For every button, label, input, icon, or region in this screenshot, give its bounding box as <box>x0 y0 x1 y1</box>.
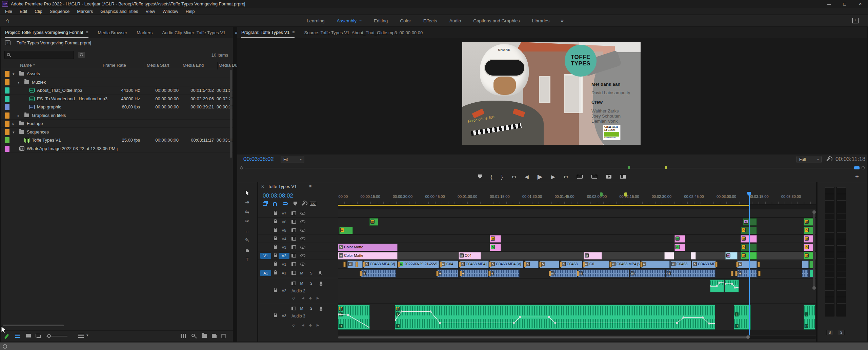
volume-rubber-band[interactable] <box>395 305 715 330</box>
twirl-icon[interactable]: ▾ <box>13 128 15 136</box>
voiceover-icon[interactable] <box>320 282 322 285</box>
audio-clip[interactable]: fx <box>666 269 715 277</box>
sequence-marker[interactable] <box>600 192 603 197</box>
volume-keyframe[interactable] <box>725 283 726 285</box>
toggle-output-icon[interactable] <box>300 212 305 215</box>
panel-menu-icon[interactable]: ≡ <box>309 184 311 189</box>
sort-icon[interactable] <box>78 334 84 338</box>
clip[interactable]: fxColor Matte <box>338 244 398 251</box>
audio-clip[interactable] <box>725 280 739 292</box>
source-patch-icon[interactable] <box>291 282 296 285</box>
transition[interactable] <box>460 271 462 276</box>
mute-button[interactable]: M <box>299 306 304 311</box>
clip[interactable]: fx <box>525 261 539 268</box>
track-lane-a1[interactable]: fxfxfxfxfxfxfxfxfx <box>338 269 816 278</box>
add-keyframe-icon[interactable]: ◆ <box>309 296 312 300</box>
source-patch-icon[interactable] <box>291 307 296 310</box>
lock-icon[interactable] <box>274 212 277 215</box>
clip[interactable]: fx <box>369 218 378 226</box>
home-icon[interactable]: ⌂ <box>5 17 9 25</box>
play-button[interactable]: ▶ <box>538 173 543 180</box>
audio-clip[interactable]: fx <box>361 269 396 277</box>
track-name-a2[interactable]: A2 <box>279 288 289 294</box>
new-item-icon[interactable] <box>212 334 217 338</box>
sequence-marker[interactable] <box>624 192 627 197</box>
track-name-v6[interactable]: V6 <box>279 219 289 225</box>
workspace-tab-menu-icon[interactable]: ≡ <box>359 19 362 23</box>
menu-file[interactable]: File <box>1 9 16 14</box>
snap-icon[interactable] <box>273 202 277 206</box>
workspace-tab-audio[interactable]: Audio <box>449 18 461 23</box>
settings-wrench-icon[interactable] <box>826 157 830 161</box>
track-lane-v7[interactable] <box>338 209 816 218</box>
transition[interactable] <box>609 262 612 267</box>
pen-tool[interactable]: ✎ <box>237 236 257 245</box>
zoom-slider-knob[interactable] <box>47 334 51 338</box>
volume-keyframe[interactable] <box>548 316 550 318</box>
label-color-chip[interactable] <box>5 87 9 94</box>
workspace-tab-color[interactable]: Color <box>400 18 411 23</box>
insert-nest-icon[interactable] <box>263 202 267 206</box>
track-select-tool[interactable]: ⇥ <box>237 198 257 207</box>
source-patch-icon[interactable] <box>291 254 296 258</box>
transition[interactable] <box>736 262 739 267</box>
transition[interactable] <box>758 262 760 267</box>
go-to-out-button[interactable]: ↦ <box>564 174 568 179</box>
maximize-button[interactable]: ▢ <box>837 0 852 8</box>
label-color-chip[interactable] <box>5 71 9 77</box>
workspace-tab-learning[interactable]: Learning <box>307 18 325 23</box>
audio-clip[interactable]: fx <box>489 269 520 277</box>
audio-clip[interactable]: LR <box>804 305 815 330</box>
lock-icon[interactable] <box>274 246 277 249</box>
clip[interactable]: fxColor Matte <box>338 252 398 260</box>
audio-clip[interactable]: fx <box>578 269 629 277</box>
add-marker-icon[interactable] <box>294 202 297 206</box>
timeline-ruler[interactable]: 00:00:00:0000:00:15:0000:00:30:0000:00:4… <box>338 192 816 205</box>
transition[interactable] <box>489 262 491 267</box>
column-header-media-start[interactable]: Media Start <box>147 63 169 68</box>
go-to-in-button[interactable]: ↤ <box>512 174 516 179</box>
solo-button[interactable]: S <box>308 306 314 311</box>
prev-keyframe-icon[interactable]: ◀ <box>302 323 304 327</box>
export-frame-button[interactable] <box>606 175 611 179</box>
clip[interactable]: fx <box>490 235 501 243</box>
razor-tool[interactable]: ✂ <box>237 217 257 226</box>
volume-keyframe[interactable] <box>401 310 403 312</box>
track-label[interactable]: Audio 2 <box>291 289 305 293</box>
transition[interactable] <box>735 271 738 276</box>
transition[interactable] <box>363 262 365 267</box>
track-lane-v6[interactable]: fxfxfx <box>338 218 816 226</box>
track-lane-v4[interactable]: fxfxfxfx <box>338 235 816 243</box>
volume-keyframe[interactable] <box>702 316 704 318</box>
taskbar-app-icon[interactable] <box>3 344 7 349</box>
toggle-output-icon[interactable] <box>300 263 305 266</box>
label-color-chip[interactable] <box>5 146 9 152</box>
source-patch-icon[interactable] <box>291 228 296 232</box>
transition[interactable] <box>715 262 718 267</box>
track-lane-a3[interactable]: LRfxLRfxLRLR <box>338 304 816 330</box>
volume-keyframe[interactable] <box>439 322 441 324</box>
source-indicator[interactable]: A1 <box>260 270 271 276</box>
transition[interactable] <box>436 271 439 276</box>
add-marker-button[interactable] <box>478 174 482 179</box>
timeline-vscrollbar[interactable] <box>813 211 815 289</box>
transition[interactable] <box>356 262 358 267</box>
project-row-graphics-en-titels[interactable]: ▸Graphics en titels <box>1 111 233 120</box>
twirl-icon[interactable]: ▸ <box>13 120 15 128</box>
item-label[interactable]: Map graphic <box>37 103 61 111</box>
menu-window[interactable]: Window <box>159 9 182 14</box>
icon-view-icon[interactable] <box>26 334 31 338</box>
source-patch-icon[interactable] <box>291 262 296 266</box>
tab-markers[interactable]: Markers <box>137 27 153 38</box>
clip[interactable] <box>691 252 696 260</box>
label-color-chip[interactable] <box>5 112 9 119</box>
track-name-v2[interactable]: V2 <box>279 253 289 259</box>
zoom-level-select[interactable]: Fit ▾ <box>281 156 304 163</box>
workspace-tab-captions-and-graphics[interactable]: Captions and Graphics <box>473 18 520 23</box>
volume-keyframe[interactable] <box>731 283 733 285</box>
transition[interactable] <box>549 271 551 276</box>
track-lane-v5[interactable]: fxfxfx <box>338 226 816 234</box>
workspace-tab-effects[interactable]: Effects <box>423 18 437 23</box>
search-bin-icon[interactable] <box>78 52 85 58</box>
project-readout-icon[interactable] <box>181 334 186 338</box>
